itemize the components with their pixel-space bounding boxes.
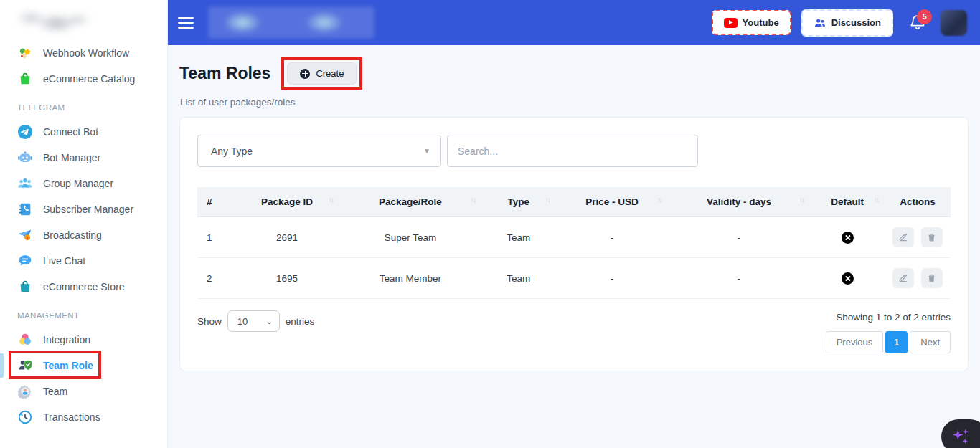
- cell-num: 1: [197, 217, 235, 258]
- show-label: Show: [197, 316, 222, 327]
- cell-validity: -: [668, 258, 810, 299]
- delete-button[interactable]: [921, 268, 943, 288]
- youtube-button[interactable]: Youtube: [712, 10, 791, 35]
- create-button[interactable]: Create: [287, 62, 357, 85]
- sidebar-item-label: Bot Manager: [43, 152, 100, 163]
- column-header-package-role[interactable]: Package/Role↑↓: [339, 187, 481, 217]
- ai-assistant-button[interactable]: [941, 419, 980, 448]
- cell-package-role: Super Team: [339, 217, 481, 258]
- telegram-plane-icon: [17, 124, 33, 140]
- cell-type: Team: [481, 258, 556, 299]
- red-annotation-create: Create: [281, 57, 362, 90]
- sidebar-item-broadcasting[interactable]: 1 Broadcasting: [0, 222, 167, 248]
- type-filter-value: Any Type: [211, 146, 253, 157]
- column-header-package-id[interactable]: Package ID↑↓: [235, 187, 339, 217]
- delete-button[interactable]: [921, 227, 943, 247]
- cell-actions: [885, 258, 951, 299]
- sidebar-item-label: Webhook Workflow: [43, 47, 129, 59]
- times-circle-icon: [842, 232, 854, 244]
- pagination-page-1-button[interactable]: 1: [885, 331, 908, 353]
- sidebar-item-ecommerce-catalog[interactable]: eCommerce Catalog: [0, 66, 167, 92]
- column-header-price[interactable]: Price - USD↑↓: [556, 187, 668, 217]
- sidebar-item-label: Team Role: [43, 360, 93, 371]
- team-roles-card: Any Type ▼ # Package ID↑↓ Package/Role↑↓…: [179, 117, 969, 371]
- robot-icon: [17, 150, 33, 166]
- edit-button[interactable]: [892, 227, 914, 247]
- chat-bubble-icon: [17, 253, 33, 269]
- people-group-icon: [17, 176, 33, 191]
- sidebar-item-team-role[interactable]: Team Role: [0, 353, 167, 378]
- discussion-button[interactable]: Discussion: [801, 9, 893, 37]
- sidebar-item-live-chat[interactable]: Live Chat: [0, 248, 167, 274]
- youtube-button-label: Youtube: [743, 17, 779, 28]
- top-header-bar: Youtube Discussion 5: [168, 0, 980, 45]
- table-header-row: # Package ID↑↓ Package/Role↑↓ Type↑↓ Pri…: [197, 187, 951, 217]
- sidebar-item-label: Broadcasting: [43, 229, 102, 241]
- sidebar-item-team[interactable]: Team: [0, 378, 167, 404]
- trash-icon: [927, 273, 936, 283]
- sidebar-item-label: Integration: [43, 334, 90, 345]
- sidebar-item-transactions[interactable]: Transactions: [0, 404, 167, 430]
- notification-bell-button[interactable]: 5: [909, 14, 926, 32]
- showing-entries-text: Showing 1 to 2 of 2 entries: [836, 310, 951, 323]
- sidebar-logo-blurred: [10, 4, 95, 39]
- cell-package-id: 2691: [235, 217, 339, 258]
- page-subtitle: List of user packages/roles: [168, 90, 980, 108]
- pagination-previous-button[interactable]: Previous: [826, 331, 884, 353]
- sidebar-item-label: Team: [43, 386, 67, 397]
- sort-icon: ↑↓: [471, 196, 475, 204]
- sort-icon: ↑↓: [874, 196, 878, 204]
- sidebar-item-connect-bot[interactable]: Connect Bot: [0, 119, 167, 145]
- column-header-validity[interactable]: Validity - days↑↓: [668, 187, 810, 217]
- header-actions: Youtube Discussion 5: [712, 9, 980, 37]
- column-header-actions: Actions: [885, 187, 951, 217]
- cell-default: [810, 217, 885, 258]
- sidebar-item-label: eCommerce Catalog: [43, 73, 135, 85]
- cell-type: Team: [481, 217, 556, 258]
- cell-num: 2: [197, 258, 235, 299]
- table-row: 1 2691 Super Team Team - -: [197, 217, 951, 258]
- shopping-bag-teal-icon: [17, 279, 33, 295]
- cell-validity: -: [668, 217, 810, 258]
- discussion-button-label: Discussion: [831, 17, 881, 28]
- page-size-select[interactable]: 10 ⌄: [227, 310, 280, 332]
- sidebar-item-label: Transactions: [43, 411, 100, 423]
- user-avatar[interactable]: [941, 10, 967, 36]
- sidebar: Webhook Workflow eCommerce Catalog TELEG…: [0, 0, 168, 448]
- sidebar-item-webhook-workflow[interactable]: Webhook Workflow: [0, 40, 167, 66]
- cell-actions: [885, 217, 951, 258]
- cell-package-id: 1695: [235, 258, 339, 299]
- hamburger-icon[interactable]: [178, 17, 194, 29]
- sidebar-item-subscriber-manager[interactable]: Subscriber Manager: [0, 196, 167, 222]
- cell-price: -: [556, 258, 668, 299]
- history-clock-icon: [17, 409, 33, 425]
- youtube-icon: [724, 18, 738, 28]
- sidebar-item-group-manager[interactable]: Group Manager: [0, 171, 167, 196]
- times-circle-icon: [842, 272, 854, 285]
- edit-pencil-icon: [898, 273, 908, 283]
- people-icon: [814, 16, 826, 29]
- cell-price: -: [556, 217, 668, 258]
- edit-button[interactable]: [892, 268, 914, 288]
- trash-icon: [927, 232, 936, 242]
- person-shield-icon: [17, 358, 33, 373]
- sort-icon: ↑↓: [657, 196, 661, 204]
- notification-count-badge: 5: [917, 9, 932, 24]
- search-input[interactable]: [447, 135, 698, 167]
- app-root: Webhook Workflow eCommerce Catalog TELEG…: [0, 0, 980, 448]
- main-content: Team Roles Create List of user packages/…: [168, 45, 980, 448]
- sidebar-item-label: Subscriber Manager: [43, 204, 133, 215]
- column-header-type[interactable]: Type↑↓: [481, 187, 556, 217]
- color-circles-icon: [17, 332, 33, 348]
- sidebar-item-ecommerce-store[interactable]: eCommerce Store: [0, 274, 167, 300]
- brand-logo-blurred: [208, 6, 374, 39]
- column-header-default[interactable]: Default↑↓: [810, 187, 885, 217]
- shopping-bag-green-icon: [17, 71, 33, 87]
- sidebar-item-bot-manager[interactable]: Bot Manager: [0, 145, 167, 171]
- sidebar-item-integration[interactable]: Team Role Integration: [0, 327, 167, 353]
- sidebar-item-label: Connect Bot: [43, 126, 98, 138]
- type-filter-select[interactable]: Any Type ▼: [197, 135, 441, 167]
- table-row: 2 1695 Team Member Team - -: [197, 258, 951, 299]
- create-button-label: Create: [316, 68, 344, 79]
- pagination-next-button[interactable]: Next: [910, 331, 951, 353]
